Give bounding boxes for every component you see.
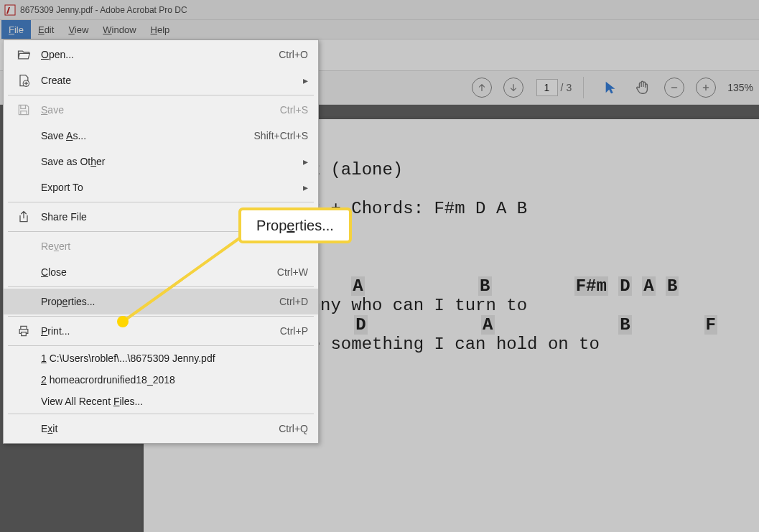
menu-separator [8,414,314,414]
menu-item-save: Save Ctrl+S [4,97,318,123]
menu-separator [8,345,314,346]
menu-label: Save As... [41,130,254,141]
callout-highlight-dot [117,316,129,327]
menu-help[interactable]: Help [144,20,177,39]
save-icon [14,103,34,117]
menu-item-properties[interactable]: Properties... Ctrl+D [4,289,318,314]
callout-properties: Properties... [238,207,352,243]
menu-item-open[interactable]: Open... Ctrl+O [4,42,318,67]
menu-item-view-all-recent[interactable]: View All Recent Files... [4,391,318,412]
folder-open-icon [14,47,34,62]
menu-window[interactable]: Window [96,20,143,39]
create-file-icon [14,73,34,88]
zoom-level-label: 135% [727,82,753,93]
menu-separator [8,202,314,202]
page-separator: / [561,82,564,93]
print-icon [14,324,34,338]
menu-separator [8,316,314,317]
menu-view[interactable]: View [61,20,96,39]
page-number-input[interactable] [536,79,558,96]
menu-shortcut: Ctrl+D [279,296,308,307]
menu-edit[interactable]: Edit [31,20,61,39]
menu-label: Close [41,266,277,278]
menu-item-export-to[interactable]: Export To ▸ [4,174,318,200]
menu-label: 1 C:\Users\roblef\...\8675309 Jenny.pdf [41,353,308,364]
hand-tool-button[interactable] [633,78,653,98]
window-title: 8675309 Jenny.pdf - Adobe Acrobat Pro DC [20,5,187,15]
submenu-arrow-icon: ▸ [303,156,308,167]
menu-item-recent-2[interactable]: 2 homeacrordrunified18_2018 [4,369,318,391]
menu-item-exit[interactable]: Exit Ctrl+Q [4,416,318,442]
submenu-arrow-icon: ▸ [303,75,308,86]
page-up-button[interactable] [472,78,492,98]
menu-item-save-as[interactable]: Save As... Shift+Ctrl+S [4,123,318,149]
menu-shortcut: Ctrl+P [280,325,308,337]
menu-label: View All Recent Files... [41,396,308,407]
menu-item-print[interactable]: Print... Ctrl+P [4,318,318,344]
menu-item-close[interactable]: Close Ctrl+W [4,259,318,285]
menu-item-create[interactable]: Create ▸ [4,67,318,93]
menu-shortcut: Ctrl+O [279,49,308,60]
callout-label: Properties... [256,218,334,234]
page-down-button[interactable] [503,78,523,98]
menu-file[interactable]: File [1,20,31,39]
menu-item-save-as-other[interactable]: Save as Other ▸ [4,149,318,174]
menu-label: Create [41,75,308,86]
share-icon [14,210,34,224]
menu-label: Open... [41,49,279,60]
menu-label: Save as Other [41,156,308,167]
toolbar-separator [583,77,584,98]
menu-label: 2 homeacrordrunified18_2018 [41,374,308,386]
title-bar: 8675309 Jenny.pdf - Adobe Acrobat Pro DC [0,0,759,20]
menu-item-recent-1[interactable]: 1 C:\Users\roblef\...\8675309 Jenny.pdf [4,347,318,369]
zoom-in-button[interactable] [696,78,716,98]
menu-shortcut: Ctrl+Q [279,423,308,434]
menu-label: Exit [41,423,279,434]
menu-shortcut: Ctrl+W [277,266,308,278]
menu-label: Properties... [41,296,279,307]
menu-shortcut: Ctrl+S [280,104,308,116]
menu-label: Save [41,104,280,116]
menu-separator [8,286,314,287]
menu-separator [8,95,314,95]
menu-label: Export To [41,182,308,193]
menu-label: Print... [41,325,280,337]
submenu-arrow-icon: ▸ [303,182,308,193]
app-icon [4,4,16,16]
menu-shortcut: Shift+Ctrl+S [254,130,308,141]
zoom-out-button[interactable] [664,78,684,98]
menu-bar: File Edit View Window Help [0,20,759,39]
page-total: 3 [566,82,572,93]
selection-tool-button[interactable] [601,78,621,98]
